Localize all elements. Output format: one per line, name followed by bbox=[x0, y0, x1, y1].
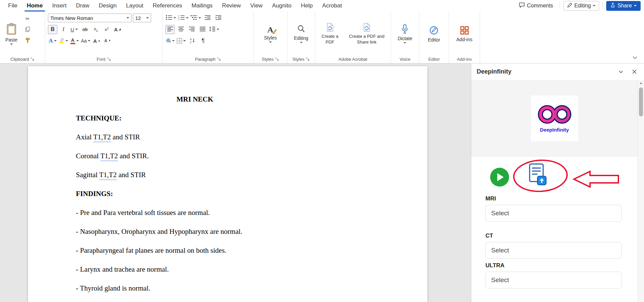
editing-menu-button[interactable]: Editing bbox=[291, 13, 311, 55]
panel-scrollbar[interactable] bbox=[638, 80, 644, 302]
dialog-launcher-icon[interactable] bbox=[107, 57, 111, 61]
highlight-button[interactable] bbox=[59, 36, 68, 46]
collapse-ribbon-button[interactable] bbox=[633, 54, 637, 60]
multilevel-list-icon bbox=[191, 15, 197, 21]
align-right-button[interactable] bbox=[187, 25, 196, 34]
share-button[interactable]: Share bbox=[606, 1, 641, 11]
ct-select[interactable]: Select bbox=[485, 242, 622, 259]
deepinfinity-panel: Deepinfinity bbox=[471, 63, 644, 302]
tab-view[interactable]: View bbox=[246, 0, 268, 11]
dialog-launcher-icon[interactable] bbox=[306, 57, 310, 61]
subscript-button[interactable]: x2 bbox=[91, 25, 101, 34]
create-pdf-share-button[interactable]: Create a PDF and Share link bbox=[345, 13, 388, 55]
pdf-share-icon bbox=[363, 23, 371, 33]
doc-finding-2: - Nasopharynx, Oropharynx and Hypopharyn… bbox=[76, 222, 407, 241]
dialog-launcher-icon[interactable] bbox=[275, 57, 279, 61]
chevron-down-icon bbox=[127, 17, 129, 19]
tab-layout[interactable]: Layout bbox=[121, 0, 148, 11]
create-pdf-button[interactable]: Create a PDF bbox=[318, 13, 342, 55]
decrease-indent-button[interactable] bbox=[203, 13, 212, 23]
line-spacing-button[interactable] bbox=[208, 25, 220, 34]
dictate-button[interactable]: Dictate bbox=[395, 13, 415, 55]
font-color-button[interactable]: A bbox=[70, 36, 79, 46]
scroll-up-button[interactable] bbox=[638, 80, 644, 86]
comments-button[interactable]: Comments bbox=[515, 1, 556, 10]
chevron-down-icon bbox=[88, 40, 90, 42]
ribbon: Paste ✂ Clipboard bbox=[0, 11, 644, 63]
divider bbox=[560, 2, 560, 9]
show-marks-button[interactable]: ¶ bbox=[198, 36, 208, 46]
change-case-button[interactable]: Aa bbox=[81, 36, 91, 46]
ultra-select-value: Select bbox=[491, 276, 509, 284]
divider bbox=[603, 2, 603, 9]
font-name-combo[interactable]: Times New Roman bbox=[48, 13, 132, 22]
italic-label: I bbox=[62, 26, 64, 32]
bullets-button[interactable] bbox=[165, 13, 176, 23]
tab-home[interactable]: Home bbox=[22, 0, 47, 11]
tab-insert[interactable]: Insert bbox=[48, 0, 72, 11]
dialog-launcher-icon[interactable] bbox=[217, 57, 221, 61]
panel-collapse-button[interactable] bbox=[616, 67, 625, 76]
upload-report-button[interactable] bbox=[525, 162, 550, 189]
play-button[interactable] bbox=[490, 168, 509, 187]
doc-heading-technique: TECHNIQUE: bbox=[76, 109, 407, 128]
increase-indent-button[interactable] bbox=[214, 13, 223, 23]
editor-button[interactable]: Editor bbox=[425, 13, 443, 55]
borders-button[interactable] bbox=[176, 36, 186, 46]
grammar-marked-text: T1,T2 bbox=[101, 152, 118, 160]
sort-button[interactable]: AZ bbox=[188, 36, 197, 46]
text-effects-button[interactable]: A bbox=[48, 36, 57, 46]
tab-file[interactable]: File bbox=[3, 0, 22, 11]
numbering-button[interactable]: 123 bbox=[178, 13, 189, 23]
paste-label: Paste bbox=[5, 37, 18, 43]
group-label-adobe-acrobat: Adobe Acrobat bbox=[338, 57, 367, 62]
superscript-button[interactable]: x2 bbox=[102, 25, 111, 34]
shading-button[interactable] bbox=[165, 36, 175, 46]
scrollbar-thumb[interactable] bbox=[639, 87, 643, 116]
tab-help[interactable]: Help bbox=[296, 0, 317, 11]
font-color-icon: A bbox=[71, 38, 75, 44]
paste-button[interactable]: Paste bbox=[3, 13, 20, 55]
strikethrough-button[interactable]: ab bbox=[80, 25, 90, 34]
shrink-font-button[interactable]: A▼ bbox=[103, 36, 112, 46]
tab-review[interactable]: Review bbox=[217, 0, 246, 11]
justify-button[interactable] bbox=[198, 25, 207, 34]
chevron-down-icon bbox=[76, 40, 79, 42]
scissors-icon: ✂ bbox=[26, 16, 30, 22]
annotation-red-arrow-icon bbox=[572, 170, 620, 190]
mri-select[interactable]: Select bbox=[485, 205, 622, 222]
group-label-editor: Editor bbox=[428, 57, 440, 62]
svg-text:Z: Z bbox=[190, 40, 192, 43]
underline-button[interactable]: U bbox=[69, 25, 79, 34]
font-size-combo[interactable]: 12 bbox=[133, 13, 151, 22]
doc-line-technique-3: Sagittal T1,T2 and STIR bbox=[76, 165, 407, 184]
logo-wordmark: DeepInfinity bbox=[540, 127, 569, 133]
align-left-button[interactable] bbox=[165, 25, 175, 34]
tab-acrobat[interactable]: Acrobat bbox=[317, 0, 347, 11]
multilevel-list-button[interactable] bbox=[190, 13, 201, 23]
format-painter-button[interactable] bbox=[23, 36, 32, 46]
tab-mailings[interactable]: Mailings bbox=[187, 0, 217, 11]
ultra-select[interactable]: Select bbox=[485, 272, 622, 289]
tab-augnito[interactable]: Augnito bbox=[267, 0, 296, 11]
tab-references[interactable]: References bbox=[148, 0, 187, 11]
align-center-button[interactable] bbox=[176, 25, 186, 34]
document-page[interactable]: MRI NECK TECHNIQUE: Axial T1,T2 and STIR… bbox=[28, 66, 427, 302]
addins-button[interactable]: Add-ins bbox=[454, 13, 475, 55]
chevron-down-icon bbox=[186, 17, 189, 19]
panel-close-button[interactable] bbox=[630, 67, 639, 76]
grow-font-button[interactable]: A▲ bbox=[92, 36, 102, 46]
tab-design[interactable]: Design bbox=[94, 0, 121, 11]
clear-formatting-button[interactable]: A◢ bbox=[113, 25, 122, 34]
chevron-down-icon bbox=[146, 17, 149, 19]
copy-button[interactable] bbox=[23, 25, 32, 34]
panel-content: DeepInfinity bbox=[471, 80, 644, 302]
styles-button[interactable]: A Styles bbox=[261, 13, 279, 55]
dialog-launcher-icon[interactable] bbox=[31, 57, 34, 61]
editing-mode-button[interactable]: Editing bbox=[563, 1, 599, 11]
line-spacing-icon bbox=[209, 26, 216, 33]
cut-button[interactable]: ✂ bbox=[23, 14, 32, 23]
tab-draw[interactable]: Draw bbox=[71, 0, 94, 11]
bold-button[interactable]: B bbox=[48, 25, 57, 34]
italic-button[interactable]: I bbox=[59, 25, 68, 34]
